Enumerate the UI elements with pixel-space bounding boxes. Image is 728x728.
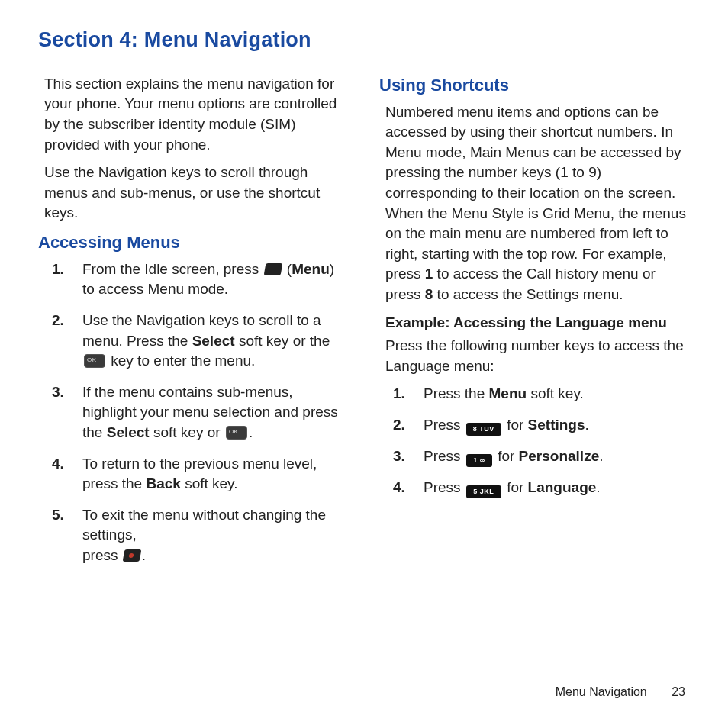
step-text: soft key or the xyxy=(235,333,330,349)
end-key-icon xyxy=(122,549,141,562)
page: Section 4: Menu Navigation This section … xyxy=(0,0,728,728)
using-shortcuts-heading: Using Shortcuts xyxy=(379,74,690,98)
step-text: Press xyxy=(424,479,465,495)
shortcuts-text: to access the Settings menu. xyxy=(433,286,623,302)
step-text: . xyxy=(249,424,253,440)
footer-label: Menu Navigation xyxy=(556,685,647,698)
bold-1: 1 xyxy=(425,266,433,282)
step-number: 3. xyxy=(52,382,64,403)
key-1-icon: 1 ∞ xyxy=(466,454,492,467)
page-footer: Menu Navigation 23 xyxy=(556,684,685,701)
ok-key-icon xyxy=(84,354,105,368)
intro-paragraph-2: Use the Navigation keys to scroll throug… xyxy=(38,163,349,224)
step-text: . xyxy=(599,448,603,464)
step-number: 4. xyxy=(393,478,405,498)
step-text: ( xyxy=(283,261,292,277)
accessing-step-4: 4. To return to the previous menu level,… xyxy=(75,454,349,494)
section-title: Section 4: Menu Navigation xyxy=(38,26,690,55)
step-text: To exit the menu without changing the se… xyxy=(82,507,326,543)
step-number: 3. xyxy=(393,446,405,467)
shortcuts-text: Numbered menu items and options can be a… xyxy=(385,104,686,282)
key-5-icon: 5 JKL xyxy=(466,485,501,498)
example-heading: Example: Accessing the Language menu xyxy=(379,313,690,333)
step-text: . xyxy=(585,417,589,433)
back-label: Back xyxy=(146,475,180,491)
step-number: 2. xyxy=(393,415,405,436)
ok-key-icon xyxy=(226,426,247,440)
page-number: 23 xyxy=(672,684,685,701)
accessing-step-5: 5. To exit the menu without changing the… xyxy=(75,505,349,566)
step-number: 5. xyxy=(52,505,64,526)
step-text: key to enter the menu. xyxy=(107,353,255,369)
intro-paragraph-1: This section explains the menu navigatio… xyxy=(38,74,349,155)
step-text: press xyxy=(82,547,122,563)
accessing-step-2: 2. Use the Navigation keys to scroll to … xyxy=(75,311,349,372)
settings-label: Settings xyxy=(528,417,585,433)
step-text: for xyxy=(494,448,519,464)
shortcuts-paragraph: Numbered menu items and options can be a… xyxy=(379,102,690,305)
accessing-step-3: 3. If the menu contains sub-menus, highl… xyxy=(75,382,349,443)
right-column: Using Shortcuts Numbered menu items and … xyxy=(379,74,690,577)
shortcut-step-3: 3. Press 1 ∞ for Personalize. xyxy=(416,446,690,467)
step-text: soft key or xyxy=(150,424,224,440)
step-text: Press xyxy=(424,448,465,464)
step-text: . xyxy=(596,479,600,495)
content-columns: This section explains the menu navigatio… xyxy=(38,74,690,577)
step-text: soft key. xyxy=(181,475,238,491)
select-label: Select xyxy=(192,333,235,349)
left-column: This section explains the menu navigatio… xyxy=(38,74,349,577)
shortcut-step-4: 4. Press 5 JKL for Language. xyxy=(416,478,690,498)
shortcut-step-1: 1. Press the Menu soft key. xyxy=(416,384,690,404)
step-text: Press xyxy=(424,417,465,433)
language-label: Language xyxy=(528,479,597,495)
step-text: From the Idle screen, press xyxy=(82,261,263,277)
accessing-menus-heading: Accessing Menus xyxy=(38,231,349,255)
step-text: soft key. xyxy=(527,385,584,401)
step-text: Press the xyxy=(424,385,489,401)
step-number: 1. xyxy=(52,259,64,280)
select-label: Select xyxy=(107,424,150,440)
step-number: 1. xyxy=(393,384,405,404)
step-text: for xyxy=(503,479,528,495)
accessing-step-1: 1. From the Idle screen, press (Menu) to… xyxy=(75,259,349,300)
shortcut-step-2: 2. Press 8 TUV for Settings. xyxy=(416,415,690,436)
step-text: for xyxy=(503,417,528,433)
step-number: 2. xyxy=(52,311,64,331)
personalize-label: Personalize xyxy=(519,448,600,464)
step-number: 4. xyxy=(52,454,64,475)
menu-label: Menu xyxy=(489,385,527,401)
soft-key-icon xyxy=(263,263,282,275)
step-text: . xyxy=(142,547,146,563)
menu-label: Menu xyxy=(292,261,330,277)
bold-8: 8 xyxy=(425,286,433,302)
divider xyxy=(38,60,690,60)
shortcut-steps: 1. Press the Menu soft key. 2. Press 8 T… xyxy=(379,384,690,498)
key-8-icon: 8 TUV xyxy=(466,423,501,436)
example-intro: Press the following number keys to acces… xyxy=(379,336,690,376)
accessing-steps: 1. From the Idle screen, press (Menu) to… xyxy=(38,259,349,566)
